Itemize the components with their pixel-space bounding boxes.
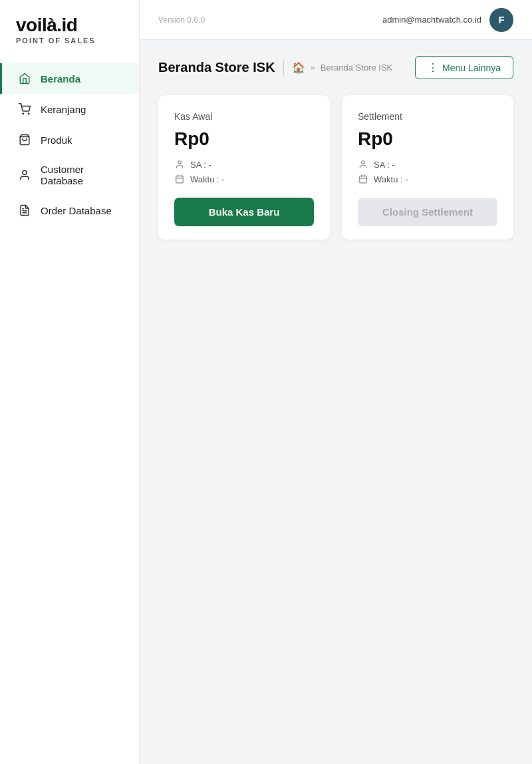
avatar: F xyxy=(489,8,513,32)
sidebar-item-order-database[interactable]: Order Database xyxy=(0,195,139,226)
page-header: Beranda Store ISK 🏠 » Beranda Store ISK … xyxy=(158,56,513,79)
cart-icon xyxy=(18,102,31,116)
svg-rect-7 xyxy=(176,176,184,183)
person-meta-icon xyxy=(174,159,185,170)
kas-awal-waktu: Waktu : - xyxy=(174,174,314,184)
logo: voilà.id POINT OF SALES xyxy=(0,0,139,57)
person-icon xyxy=(18,168,31,182)
doc-icon xyxy=(18,204,31,217)
sidebar-item-label: Produk xyxy=(41,134,72,146)
breadcrumb-current: Beranda Store ISK xyxy=(321,63,392,73)
sidebar: voilà.id POINT OF SALES Beranda Keranjan… xyxy=(0,0,140,764)
kas-awal-waktu-label: Waktu : - xyxy=(190,174,225,184)
svg-point-0 xyxy=(23,113,24,114)
kas-awal-sa-label: SA : - xyxy=(190,160,211,170)
person-meta-icon-2 xyxy=(358,159,368,170)
sidebar-item-customer-database[interactable]: Customer Database xyxy=(0,155,139,195)
settlement-waktu-label: Waktu : - xyxy=(374,174,408,184)
breadcrumb-divider xyxy=(283,61,284,75)
cards-row: Kas Awal Rp0 SA : - xyxy=(158,95,513,240)
page-title: Beranda Store ISK xyxy=(158,60,275,75)
settlement-sa-label: SA : - xyxy=(374,160,395,170)
user-email: admin@machtwatch.co.id xyxy=(382,15,481,25)
sidebar-item-label: Keranjang xyxy=(41,104,86,115)
menu-lainnya-button[interactable]: ⋮ Menu Lainnya xyxy=(415,56,513,79)
bag-icon xyxy=(18,133,31,146)
svg-point-1 xyxy=(28,113,29,114)
settlement-amount: Rp0 xyxy=(358,128,497,150)
breadcrumb: Beranda Store ISK 🏠 » Beranda Store ISK xyxy=(158,60,392,75)
version-text: Version 0.6.0 xyxy=(158,15,205,25)
settlement-waktu: Waktu : - xyxy=(358,174,497,184)
kas-awal-meta: SA : - Waktu : - xyxy=(174,159,314,184)
closing-settlement-button: Closing Settlement xyxy=(358,198,497,226)
topbar-right: admin@machtwatch.co.id F xyxy=(382,8,513,32)
topbar: Version 0.6.0 admin@machtwatch.co.id F xyxy=(140,0,532,40)
main-content: Version 0.6.0 admin@machtwatch.co.id F B… xyxy=(140,0,532,764)
menu-lainnya-label: Menu Lainnya xyxy=(442,63,501,73)
settlement-label: Settlement xyxy=(358,111,497,122)
kas-awal-label: Kas Awal xyxy=(174,111,314,122)
buka-kas-baru-button[interactable]: Buka Kas Baru xyxy=(174,198,314,226)
svg-point-11 xyxy=(362,161,365,164)
kas-awal-amount: Rp0 xyxy=(174,128,314,150)
svg-point-6 xyxy=(178,161,182,164)
dots-icon: ⋮ xyxy=(428,61,438,74)
sidebar-nav: Beranda Keranjang Produk xyxy=(0,63,139,226)
breadcrumb-arrow: » xyxy=(311,63,315,73)
app-name: voilà.id xyxy=(16,15,123,36)
settlement-card: Settlement Rp0 SA : - xyxy=(342,95,513,240)
sidebar-item-produk[interactable]: Produk xyxy=(0,124,139,155)
settlement-meta: SA : - Waktu : - xyxy=(358,159,497,184)
calendar-meta-icon xyxy=(174,174,185,184)
kas-awal-card: Kas Awal Rp0 SA : - xyxy=(158,95,330,240)
svg-point-3 xyxy=(23,170,27,174)
sidebar-item-label: Beranda xyxy=(41,73,80,85)
kas-awal-sa: SA : - xyxy=(174,159,314,170)
content-area: Beranda Store ISK 🏠 » Beranda Store ISK … xyxy=(140,40,532,764)
sidebar-item-label: Customer Database xyxy=(41,164,123,186)
sidebar-item-beranda[interactable]: Beranda xyxy=(0,63,139,94)
app-tagline: POINT OF SALES xyxy=(16,37,123,45)
settlement-sa: SA : - xyxy=(358,159,497,170)
home-breadcrumb-icon[interactable]: 🏠 xyxy=(292,61,305,74)
svg-rect-12 xyxy=(360,176,367,183)
home-icon xyxy=(18,72,31,85)
sidebar-item-keranjang[interactable]: Keranjang xyxy=(0,94,139,124)
calendar-meta-icon-2 xyxy=(358,174,368,184)
sidebar-item-label: Order Database xyxy=(41,205,112,216)
